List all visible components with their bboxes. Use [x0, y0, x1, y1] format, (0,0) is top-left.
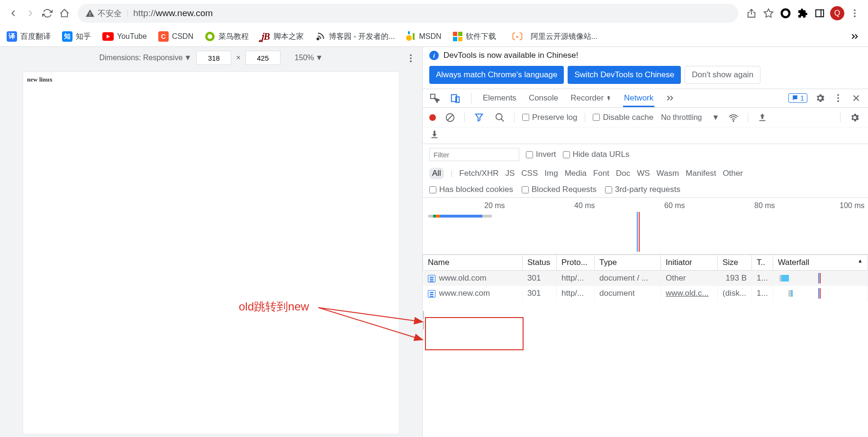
network-conditions-icon[interactable]	[727, 111, 740, 124]
bookmark-aliyun[interactable]: 〔-〕阿里云开源镜像站...	[507, 31, 597, 42]
svg-rect-12	[413, 33, 415, 40]
document-icon	[428, 275, 435, 282]
request-row[interactable]: www.new.com 301http/...document www.old.…	[423, 286, 868, 301]
type-css[interactable]: CSS	[521, 169, 538, 178]
tab-recorder[interactable]: Recorder	[570, 90, 613, 107]
bookmark-csdn[interactable]: CCSDN	[158, 31, 193, 42]
height-input[interactable]	[245, 51, 280, 65]
type-js[interactable]: JS	[505, 169, 515, 178]
request-row[interactable]: www.old.com 301http/...document / ... Ot…	[423, 271, 868, 286]
width-input[interactable]	[196, 51, 231, 65]
forward-button[interactable]	[24, 7, 37, 20]
network-controls: Preserve log Disable cache No throttling…	[423, 108, 868, 127]
type-ws[interactable]: WS	[637, 169, 650, 178]
export-icon[interactable]	[429, 129, 440, 140]
col-size: Size	[718, 255, 752, 271]
browser-toolbar: 不安全 | http://www.new.com Q	[0, 0, 868, 27]
clear-button[interactable]	[443, 111, 457, 124]
tab-network[interactable]: Network	[623, 90, 654, 107]
bookmarks-bar: 译百度翻译 知知乎 YouTube CCSDN 菜鸟教程 ʝB脚本之家 博客园 …	[0, 27, 868, 46]
language-info-bar: i DevTools is now available in Chinese!	[423, 47, 868, 64]
settings-icon[interactable]	[815, 93, 825, 103]
viewport-wrapper: new linux	[0, 69, 422, 437]
table-header-row[interactable]: Name Status Proto... Type Initiator Size…	[423, 255, 868, 271]
svg-rect-1	[816, 10, 824, 17]
blocked-requests-check[interactable]: Blocked Requests	[522, 185, 597, 194]
import-icon[interactable]	[756, 111, 769, 124]
extensions-icon[interactable]	[796, 7, 809, 20]
match-language-button[interactable]: Always match Chrome's language	[429, 66, 564, 84]
issues-badge[interactable]: 1	[788, 93, 807, 103]
device-toggle-icon[interactable]	[450, 93, 461, 103]
inspect-icon[interactable]	[429, 93, 440, 103]
bookmark-msdn[interactable]: MSDN	[406, 31, 441, 42]
tab-console[interactable]: Console	[528, 90, 559, 107]
profile-avatar[interactable]: Q	[830, 6, 844, 20]
timeline[interactable]: 20 ms 40 ms 60 ms 80 ms 100 ms	[423, 198, 868, 255]
info-icon: i	[429, 51, 439, 60]
bookmark-baidu[interactable]: 译百度翻译	[7, 31, 51, 42]
network-settings-icon[interactable]	[848, 111, 861, 124]
third-party-check[interactable]: 3rd-party requests	[605, 185, 680, 194]
svg-point-11	[406, 35, 412, 41]
page-content[interactable]: new linux	[23, 72, 399, 434]
bookmark-download[interactable]: 软件下载	[453, 32, 496, 42]
download-row	[423, 127, 868, 144]
type-other[interactable]: Other	[723, 169, 743, 178]
home-button[interactable]	[58, 7, 71, 20]
bookmarks-overflow[interactable]	[848, 30, 861, 43]
main-area: Dimensions: Responsive▼ × 150%▼ new linu…	[0, 46, 868, 437]
close-devtools[interactable]	[851, 93, 861, 103]
svg-point-23	[837, 94, 839, 96]
zoom-selector[interactable]: 150%▼	[295, 54, 323, 62]
record-button[interactable]	[429, 114, 436, 121]
back-button[interactable]	[7, 7, 20, 20]
share-icon[interactable]	[745, 7, 758, 20]
bookmark-star-icon[interactable]	[762, 7, 775, 20]
switch-chinese-button[interactable]: Switch DevTools to Chinese	[568, 66, 681, 84]
extension-circle-icon[interactable]	[779, 7, 792, 20]
bookmark-jb51[interactable]: ʝB脚本之家	[260, 31, 304, 42]
document-icon	[428, 290, 435, 298]
bookmark-youtube[interactable]: YouTube	[102, 32, 147, 41]
blocked-cookies-check[interactable]: Has blocked cookies	[429, 185, 513, 194]
filter-icon[interactable]	[472, 111, 486, 124]
sidepanel-icon[interactable]	[813, 7, 826, 20]
type-media[interactable]: Media	[565, 169, 587, 178]
type-font[interactable]: Font	[593, 169, 609, 178]
type-doc[interactable]: Doc	[616, 169, 630, 178]
viewport-menu[interactable]	[404, 52, 417, 65]
tabs-overflow[interactable]	[665, 93, 675, 103]
bookmark-runoob[interactable]: 菜鸟教程	[205, 31, 249, 42]
filter-input[interactable]	[429, 148, 519, 161]
bookmark-cnblogs[interactable]: 博客园 - 开发者的...	[315, 31, 395, 42]
menu-icon[interactable]	[848, 7, 861, 20]
svg-rect-16	[458, 37, 462, 41]
reload-button[interactable]	[41, 7, 54, 20]
type-fetch[interactable]: Fetch/XHR	[459, 169, 498, 178]
svg-rect-13	[453, 32, 457, 36]
type-manifest[interactable]: Manifest	[686, 169, 716, 178]
bookmark-zhihu[interactable]: 知知乎	[62, 31, 91, 42]
search-icon[interactable]	[493, 111, 506, 124]
disable-cache-check[interactable]: Disable cache	[593, 113, 653, 122]
tab-elements[interactable]: Elements	[482, 90, 517, 107]
devtools-menu[interactable]	[833, 93, 843, 103]
responsive-selector[interactable]: Dimensions: Responsive▼	[99, 54, 191, 62]
col-name: Name	[423, 255, 523, 271]
hide-urls-check[interactable]: Hide data URLs	[563, 150, 630, 159]
col-time: T..	[752, 255, 773, 271]
svg-point-19	[410, 61, 412, 63]
address-bar[interactable]: 不安全 | http://www.new.com	[78, 4, 738, 23]
device-viewport-panel: Dimensions: Responsive▼ × 150%▼ new linu…	[0, 47, 423, 437]
dont-show-button[interactable]: Don't show again	[685, 66, 760, 84]
preserve-log-check[interactable]: Preserve log	[522, 113, 577, 122]
svg-line-29	[501, 118, 504, 121]
throttle-select[interactable]: No throttling▼	[661, 113, 719, 122]
type-wasm[interactable]: Wasm	[657, 169, 679, 178]
tick-40: 40 ms	[574, 201, 595, 210]
svg-line-27	[448, 115, 453, 120]
type-img[interactable]: Img	[544, 169, 558, 178]
type-all[interactable]: All	[429, 168, 444, 179]
invert-check[interactable]: Invert	[526, 150, 556, 159]
